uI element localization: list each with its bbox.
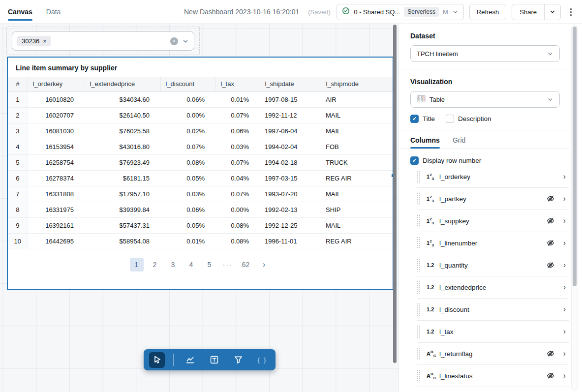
- column-item-l_tax[interactable]: 1.2l_tax›: [417, 321, 569, 343]
- drag-handle-icon[interactable]: [417, 192, 420, 205]
- column-item-l_returnflag[interactable]: ABCl_returnflag›: [417, 343, 569, 365]
- share-dropdown-button[interactable]: [544, 4, 560, 20]
- column-item-l_linenumber[interactable]: 123l_linenumber›: [417, 232, 569, 254]
- cursor-icon[interactable]: [149, 352, 165, 368]
- table-cell: 0.07%: [160, 139, 215, 154]
- dashboard-title[interactable]: New Dashboard 2023-10-16 16:20:01: [184, 8, 299, 16]
- integer-type-icon: 123: [427, 173, 439, 181]
- column-item-l_quantity[interactable]: 1.2l_quantity›: [417, 254, 569, 276]
- drag-handle-icon[interactable]: [417, 170, 420, 183]
- share-button[interactable]: Share: [512, 4, 544, 20]
- tab-canvas[interactable]: Canvas: [8, 0, 32, 24]
- table-cell: $76923.49: [85, 154, 160, 170]
- sidebar-scrollbar-thumb[interactable]: [573, 27, 577, 286]
- eye-off-icon[interactable]: [546, 194, 555, 203]
- next-page-button[interactable]: ›: [257, 258, 271, 271]
- page-button-5[interactable]: 5: [203, 258, 216, 271]
- title-checkbox[interactable]: ✓: [410, 115, 419, 123]
- visualization-select[interactable]: 136528 Table: [410, 91, 560, 108]
- eye-off-icon[interactable]: [546, 371, 555, 380]
- eye-off-icon[interactable]: [546, 239, 555, 247]
- refresh-button[interactable]: Refresh: [469, 4, 507, 20]
- page-button-4[interactable]: 4: [184, 258, 198, 271]
- table-row: 1016442695$58954.080.01%0.08%1996-11-01R…: [8, 233, 393, 249]
- column-item-l_partkey[interactable]: 123l_partkey›: [417, 188, 569, 210]
- filter-widget[interactable]: 30236 × ×: [12, 31, 194, 51]
- display-row-number-item[interactable]: ✓ Display row number: [410, 156, 481, 165]
- filter-icon[interactable]: [230, 352, 246, 368]
- column-item-l_extendedprice[interactable]: 1.2l_extendedprice›: [417, 276, 569, 299]
- pagination: 12345···62›: [8, 258, 393, 271]
- tab-grid[interactable]: Grid: [453, 136, 465, 149]
- canvas-scrollbar[interactable]: [393, 25, 397, 363]
- eye-off-icon[interactable]: [546, 261, 555, 270]
- tab-data[interactable]: Data: [46, 0, 61, 24]
- warehouse-name: 0 - Shared SQ...: [354, 8, 400, 16]
- chevron-right-icon[interactable]: ›: [563, 372, 566, 380]
- page-button-2[interactable]: 2: [148, 258, 162, 271]
- column-header-l_extendedprice[interactable]: l_extendedprice: [85, 77, 160, 91]
- drag-handle-icon[interactable]: [417, 325, 420, 338]
- chevron-right-icon[interactable]: ›: [563, 305, 566, 313]
- chevron-right-icon[interactable]: ›: [563, 217, 566, 225]
- column-name: l_suppkey: [439, 217, 469, 225]
- chevron-right-icon[interactable]: ›: [563, 195, 566, 203]
- column-header-l_shipmode[interactable]: l_shipmode: [321, 77, 382, 91]
- eye-off-icon[interactable]: [546, 216, 555, 225]
- column-item-l_suppkey[interactable]: 123l_suppkey›: [417, 210, 569, 232]
- page-button-3[interactable]: 3: [166, 258, 180, 271]
- chip-remove-icon[interactable]: ×: [43, 38, 46, 45]
- tab-columns[interactable]: Columns: [410, 136, 440, 149]
- drag-handle-icon[interactable]: [417, 237, 420, 249]
- drag-handle-icon[interactable]: [417, 214, 420, 227]
- column-header-rownum[interactable]: #: [8, 77, 28, 91]
- header-actions: 0 - Shared SQ... Serverless M Refresh Sh…: [337, 3, 575, 20]
- column-item-l_linestatus[interactable]: ABCl_linestatus›: [417, 365, 569, 387]
- display-row-number-checkbox[interactable]: ✓: [410, 156, 419, 165]
- table-cell-empty: [382, 233, 393, 249]
- chevron-right-icon[interactable]: ›: [563, 350, 566, 358]
- chart-icon[interactable]: [182, 352, 198, 368]
- page-button-1[interactable]: 1: [130, 258, 144, 271]
- chevron-down-icon[interactable]: [182, 38, 189, 45]
- chevron-right-icon[interactable]: ›: [563, 173, 566, 181]
- warehouse-selector[interactable]: 0 - Shared SQ... Serverless M: [337, 4, 463, 20]
- divider: [399, 130, 570, 130]
- drag-handle-icon[interactable]: [417, 259, 420, 271]
- drag-handle-icon[interactable]: [417, 281, 420, 294]
- column-item-l_discount[interactable]: 1.2l_discount›: [417, 299, 569, 321]
- eye-off-icon[interactable]: [546, 349, 555, 358]
- chevron-right-icon[interactable]: ›: [563, 239, 566, 247]
- chevron-right-icon[interactable]: ›: [563, 283, 566, 291]
- drag-handle-icon[interactable]: [417, 303, 420, 316]
- table-row: 716331808$17957.100.03%0.07%1993-07-20MA…: [8, 186, 393, 202]
- textbox-icon[interactable]: [206, 352, 222, 368]
- table-cell: 16442695: [28, 233, 85, 249]
- column-header-l_tax[interactable]: l_tax: [215, 77, 260, 91]
- column-item-l_orderkey[interactable]: 123l_orderkey›: [417, 166, 569, 188]
- column-header-l_orderkey[interactable]: l_orderkey: [28, 77, 85, 91]
- page-button-62[interactable]: 62: [239, 258, 253, 271]
- dashboard-canvas[interactable]: 30236 × × Line item summary by supplier: [0, 24, 398, 392]
- row-number-cell: 1: [8, 91, 28, 107]
- table-cell: 16081030: [28, 123, 85, 139]
- chevron-right-icon[interactable]: ›: [563, 328, 566, 335]
- warehouse-size: M: [443, 8, 448, 16]
- kebab-menu-icon[interactable]: [566, 4, 575, 20]
- drag-handle-icon[interactable]: [417, 347, 420, 360]
- title-checkbox-item[interactable]: ✓ Title: [410, 115, 435, 123]
- table-widget[interactable]: Line item summary by supplier #l_orderke…: [7, 57, 394, 290]
- table-cell: 16278374: [28, 170, 85, 186]
- dataset-select[interactable]: TPCH lineitem: [410, 45, 560, 62]
- description-checkbox[interactable]: [446, 115, 454, 123]
- table-row: 616278374$6181.150.05%0.04%1997-03-15REG…: [8, 170, 393, 186]
- row-number-cell: 9: [8, 217, 28, 233]
- table-cell: 0.06%: [215, 123, 260, 139]
- column-header-l_shipdate[interactable]: l_shipdate: [260, 77, 321, 91]
- description-checkbox-item[interactable]: Description: [446, 115, 491, 123]
- chevron-right-icon[interactable]: ›: [563, 261, 566, 269]
- clear-filter-icon[interactable]: ×: [170, 37, 178, 45]
- column-header-l_discount[interactable]: l_discount: [160, 77, 215, 91]
- table-cell-empty: [382, 217, 393, 233]
- drag-handle-icon[interactable]: [417, 369, 420, 382]
